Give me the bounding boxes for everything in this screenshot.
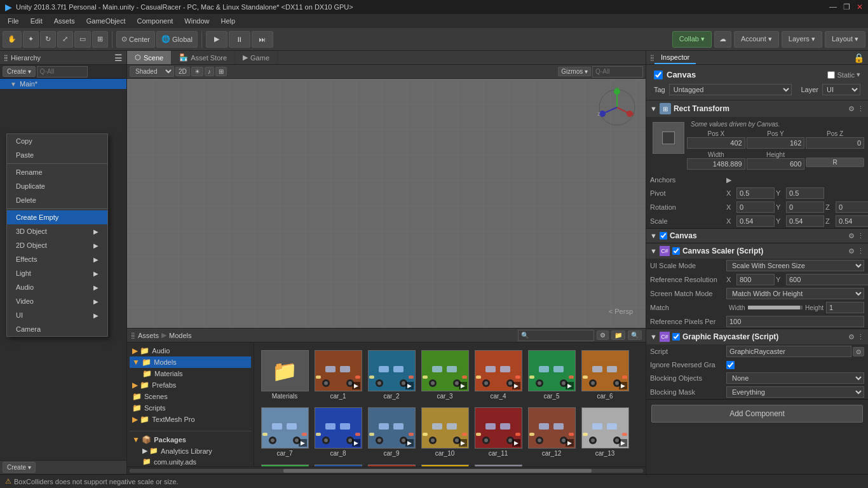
rt-rot-x[interactable] [736, 201, 775, 213]
rt-rot-z[interactable] [836, 201, 868, 213]
menu-edit[interactable]: Edit [25, 16, 48, 26]
global-button[interactable]: 🌐 Global [156, 31, 198, 48]
tab-asset-store[interactable]: 🏪 Asset Store [172, 51, 235, 64]
ctx-ui[interactable]: UI ▶ [7, 308, 107, 322]
effects-button[interactable]: ⊞ [215, 67, 227, 76]
center-button[interactable]: ⊙ Center [116, 31, 155, 48]
cs-overflow-icon[interactable]: ⋮ [857, 247, 864, 255]
rt-pos-y[interactable] [747, 137, 805, 149]
hand-tool[interactable]: ✋ [3, 31, 22, 48]
ctx-audio[interactable]: Audio ▶ [7, 280, 107, 294]
asset-tile-coin[interactable]: $ ▶coin [419, 462, 470, 466]
asset-tile-car_6[interactable]: ▶car_6 [580, 348, 630, 402]
hierarchy-lock-icon[interactable]: ☰ [114, 53, 123, 63]
tab-game[interactable]: ▶ Game [235, 51, 278, 64]
canvas-comp-edit-icon[interactable]: ⚙ [848, 232, 855, 240]
gr-script-field[interactable]: GraphicRaycaster [726, 346, 851, 357]
create-button[interactable]: Create ▾ [3, 66, 36, 77]
inspector-lock-icon[interactable]: 🔒 [853, 53, 864, 63]
collab-button[interactable]: Collab ▾ [672, 31, 712, 48]
transform-tool[interactable]: ⊞ [92, 31, 108, 48]
gr-ignore-checkbox[interactable] [726, 361, 735, 369]
scrollbar-track[interactable] [130, 469, 643, 473]
ctx-delete[interactable]: Delete [7, 193, 107, 207]
asset-tile-car_2[interactable]: ▶car_2 [366, 348, 417, 402]
asset-tile-Materials[interactable]: 📁Materials [259, 348, 310, 402]
cs-ref-pixels-value[interactable] [726, 316, 864, 327]
gr-blocking-objects-select[interactable]: None [726, 372, 864, 384]
gizmos-button[interactable]: Gizmos ▾ [558, 67, 591, 76]
canvas-scaler-header[interactable]: ▼ C# Canvas Scaler (Script) ⚙ ⋮ [646, 243, 868, 259]
assets-tree-unity-ads[interactable]: 📁 com.unity.ads [130, 456, 251, 466]
account-button[interactable]: Account ▾ [734, 31, 779, 48]
assets-tree-materials[interactable]: 📁 Materials [130, 368, 251, 379]
scene-search[interactable] [592, 66, 643, 78]
ctx-create-empty[interactable]: Create Empty [7, 210, 107, 224]
rt-scale-y[interactable] [786, 215, 824, 227]
rt-overflow-icon[interactable]: ⋮ [857, 105, 864, 113]
cs-match-value[interactable] [826, 302, 864, 313]
slider-track[interactable] [748, 306, 803, 309]
rt-width[interactable] [687, 158, 745, 170]
assets-settings-btn[interactable]: ⚙ [597, 330, 609, 340]
ctx-3d-object[interactable]: 3D Object ▶ [7, 224, 107, 238]
graphic-raycaster-header[interactable]: ▼ C# Graphic Raycaster (Script) ⚙ ⋮ [646, 329, 868, 344]
assets-tree-analytics[interactable]: ▶ 📁 Analytics Library [130, 445, 251, 456]
asset-tile-car_16[interactable]: ▶car_16 [366, 462, 417, 466]
lighting-button[interactable]: ☀ [191, 67, 203, 76]
hierarchy-item-main[interactable]: ▼ Main* [0, 79, 126, 89]
rt-edit-icon[interactable]: ⚙ [848, 105, 855, 113]
canvas-active-checkbox[interactable] [654, 71, 663, 79]
gr-blocking-mask-select[interactable]: Everything [726, 386, 864, 398]
assets-folder-btn[interactable]: 📁 [611, 330, 625, 340]
cs-ui-scale-select[interactable]: Scale With Screen Size [726, 260, 864, 271]
rt-anchors-expand[interactable]: ▶ [726, 176, 731, 184]
rect-tool[interactable]: ▭ [74, 31, 91, 48]
add-component-button[interactable]: Add Component [651, 405, 863, 423]
assets-scrollbar[interactable] [127, 466, 646, 474]
layout-button[interactable]: Layout ▾ [825, 31, 865, 48]
ctx-video[interactable]: Video ▶ [7, 294, 107, 308]
cs-screen-match-select[interactable]: Match Width Or Height [726, 288, 864, 299]
cs-checkbox[interactable] [672, 247, 680, 255]
gr-checkbox[interactable] [672, 333, 680, 341]
assets-tree-textmesh[interactable]: ▶ 📁 TextMesh Pro [130, 414, 251, 425]
step-button[interactable]: ⏭ [252, 31, 273, 48]
asset-tile-car_8[interactable]: ▶car_8 [313, 405, 363, 459]
rt-rot-y[interactable] [786, 201, 824, 213]
play-button[interactable]: ▶ [206, 31, 227, 48]
ctx-camera[interactable]: Camera [7, 322, 107, 336]
asset-tile-car_12[interactable]: ▶car_12 [526, 405, 577, 459]
audio-button[interactable]: ♪ [205, 67, 214, 76]
scrollbar-thumb[interactable] [283, 469, 592, 473]
assets-search[interactable] [518, 330, 594, 341]
ctx-paste[interactable]: Paste [7, 148, 107, 162]
asset-tile-car_15[interactable]: ▶car_15 [313, 462, 363, 466]
2d-mode-button[interactable]: 2D [175, 67, 190, 76]
rt-pivot-x[interactable] [736, 187, 775, 199]
cs-edit-icon[interactable]: ⚙ [848, 247, 855, 255]
assets-tree-audio[interactable]: ▶ 📁 Audio [130, 345, 251, 356]
ctx-copy[interactable]: Copy [7, 134, 107, 148]
menu-component[interactable]: Component [132, 16, 178, 26]
menu-help[interactable]: Help [215, 16, 240, 26]
asset-tile-car_14[interactable]: ▶car_14 [259, 462, 310, 466]
asset-tile-car_9[interactable]: ▶car_9 [366, 405, 417, 459]
tag-select[interactable]: Untagged [669, 84, 792, 95]
menu-assets[interactable]: Assets [49, 16, 80, 26]
canvas-comp-overflow-icon[interactable]: ⋮ [857, 232, 864, 240]
assets-tree-packages[interactable]: ▼ 📦 Packages [130, 434, 251, 445]
hierarchy-create-btn[interactable]: Create ▾ [3, 462, 36, 473]
ctx-2d-object[interactable]: 2D Object ▶ [7, 238, 107, 252]
static-checkbox[interactable] [827, 71, 835, 79]
rt-pos-z[interactable] [806, 137, 864, 149]
minimize-button[interactable]: — [829, 3, 837, 11]
asset-tile-car_5[interactable]: ▶car_5 [526, 348, 577, 402]
ctx-effects[interactable]: Effects ▶ [7, 252, 107, 266]
shading-mode-select[interactable]: Shaded [130, 66, 174, 77]
rt-scale-x[interactable] [736, 215, 775, 227]
menu-file[interactable]: File [3, 16, 24, 26]
ctx-light[interactable]: Light ▶ [7, 266, 107, 280]
static-dropdown[interactable]: ▾ [857, 71, 860, 79]
layer-select[interactable]: UI [822, 84, 860, 95]
